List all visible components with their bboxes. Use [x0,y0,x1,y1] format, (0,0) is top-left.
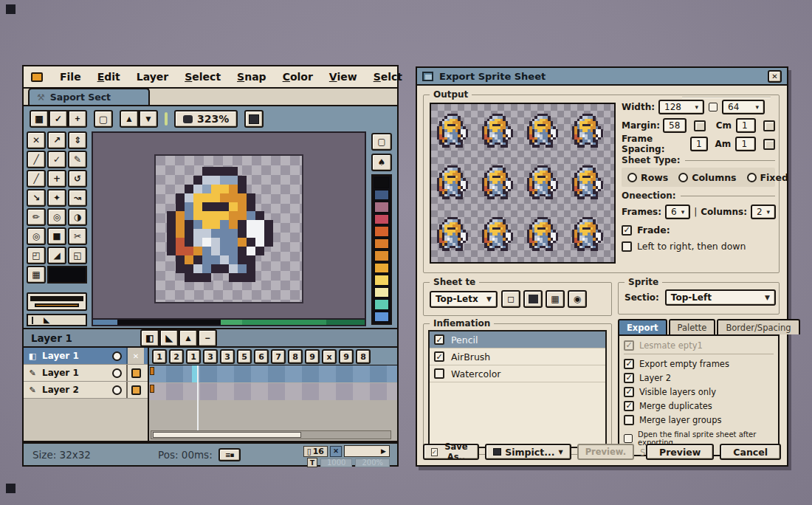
menu-item-color[interactable]: Color [276,69,320,84]
menu-item-edit[interactable]: Edit [91,69,127,84]
sprite-canvas[interactable] [154,154,303,303]
sheet-te-button-2[interactable]: ▦ [546,290,565,308]
tool-button-21[interactable]: ▦ [27,266,46,284]
tool-button-11[interactable]: ↝ [68,189,87,207]
palette-swatch-2[interactable] [374,202,389,213]
margin-input[interactable]: 58 [663,118,687,133]
cm-spin-button[interactable] [763,120,775,131]
play-button[interactable]: ▶ [344,445,390,457]
zoom-control[interactable]: 323% [174,110,238,128]
tool-button-14[interactable]: ◑ [68,208,87,226]
close-button[interactable]: ✕ [768,70,782,83]
canvas-scrollbar[interactable] [93,318,365,325]
information-checkbox-1[interactable]: ✓ [434,351,444,362]
direction-check-1[interactable]: Left to right, then down [622,241,775,252]
frame-button-6[interactable]: 6 [254,349,269,364]
tool-button-12[interactable]: ✏ [27,208,46,226]
radio-rows[interactable]: Rows [627,172,668,183]
close-mini-button[interactable]: ✕ [330,446,342,457]
sheet-te-button-1[interactable] [523,290,543,308]
layers-header-button-0[interactable]: ◧ [140,329,159,347]
toolbar-icon-0[interactable]: ▦ [30,110,49,128]
palette-swatch-9[interactable] [374,287,389,298]
tool-button-9[interactable]: ↘ [27,189,46,207]
frame-button-0[interactable]: 1 [152,349,167,364]
information-checkbox-2[interactable] [434,368,444,379]
width-select[interactable]: 128▾ [658,100,704,114]
export-option-3[interactable]: ✓Visible layers only [624,385,774,399]
tab-export[interactable]: Export [618,319,667,334]
radio-circle[interactable] [747,173,757,182]
tool-button-18[interactable]: ◰ [27,247,46,264]
layer-row-2[interactable]: ✎Layer 2 [24,382,148,399]
layer-extra-cell[interactable] [126,382,144,398]
sectio-select[interactable]: Top-Left▼ [665,289,776,306]
layer-row-1[interactable]: ✎Layer 1 [24,365,148,382]
export-option-2[interactable]: ✓Layer 2 [624,371,774,385]
export-checkbox-4[interactable]: ✓ [624,401,634,411]
open-after-checkbox[interactable] [624,434,633,443]
onion-skin-button[interactable]: ≡▪ [219,448,241,461]
spade-button[interactable]: ♠ [371,154,392,171]
export-option-4[interactable]: ✓Merge duplicates [624,399,774,413]
tool-button-10[interactable]: ✦ [47,189,66,207]
spacing-input[interactable]: 1 [690,137,708,151]
minimize-panel-button[interactable]: ▢ [371,133,392,151]
palette-swatch-5[interactable] [374,238,389,250]
frame-button-5[interactable]: 5 [237,349,252,364]
frame-button-1[interactable]: 2 [169,349,184,364]
information-item-2[interactable]: Watercolor [430,365,605,382]
menu-item-layer[interactable]: Layer [130,69,175,84]
frame-outline-button[interactable]: ▢ [94,110,113,128]
up-arrow-button[interactable]: ▲ [120,110,139,128]
down-arrow-button[interactable]: ▼ [139,110,158,128]
toolbar-icon-1[interactable]: ✓ [49,110,68,128]
frames-select[interactable]: 6▾ [665,205,690,219]
timeline-scrollbar[interactable] [151,430,391,439]
menu-item-selct[interactable]: Selct [367,69,409,84]
toolbar-icon-2[interactable]: + [68,110,87,128]
margin-spin-button[interactable] [694,120,706,131]
lock-checkbox[interactable] [709,103,718,111]
visibility-toggle[interactable] [112,351,122,361]
tool-button-6[interactable]: ╱ [27,170,46,188]
preview-button[interactable]: Preview [646,444,714,460]
palette-swatch-0[interactable] [374,177,389,188]
tool-button-3[interactable]: ╱ [27,151,46,168]
direction-checkbox-0[interactable]: ✓ [622,225,632,236]
frame-button-8[interactable]: 8 [288,349,303,364]
frame-button-7[interactable]: 7 [271,349,286,364]
tab-palette[interactable]: Palette [669,319,716,334]
color-swatch-button[interactable] [244,110,264,128]
save-as-button[interactable]: ✓ Save As.. [423,444,479,460]
layer-color-swatch[interactable] [131,368,141,378]
height-select[interactable]: 64▾ [722,100,765,114]
menu-item-view[interactable]: View [323,69,364,84]
am-input[interactable]: 1 [735,137,756,151]
tool-button-17[interactable]: ✂ [68,227,87,245]
visibility-toggle[interactable] [112,368,122,378]
direction-check-0[interactable]: ✓Frade: [622,224,775,236]
layer-row-0[interactable]: ◧Layer 1✕ [24,348,148,365]
frame-button-2[interactable]: 1 [186,349,201,364]
palette-swatch-4[interactable] [374,226,389,237]
layers-header-button-2[interactable]: ▲ [179,329,198,347]
foreground-color-swatch[interactable] [35,303,79,307]
menu-item-file[interactable]: File [53,69,88,84]
color-preview-widget[interactable] [27,292,87,311]
tool-button-13[interactable]: ◎ [47,208,66,226]
tool-button-15[interactable]: ◎ [27,227,46,245]
export-checkbox-3[interactable]: ✓ [624,387,634,397]
export-checkbox-1[interactable]: ✓ [624,359,634,369]
radio-fixed[interactable]: Fixed [747,172,788,183]
frame-button-4[interactable]: 3 [220,349,235,364]
dialog-titlebar[interactable]: Export Sprite Sheet ✕ [417,68,787,86]
export-checkbox-5[interactable] [624,415,634,425]
menu-item-snap[interactable]: Snap [230,69,273,84]
tool-button-2[interactable]: ⇕ [68,131,87,149]
playhead-line[interactable] [197,365,199,430]
export-checkbox-0[interactable]: ✓ [624,340,634,351]
tool-button-0[interactable]: ✕ [27,131,46,149]
layers-header-button-3[interactable]: − [198,329,217,347]
simpict-dropdown[interactable]: Simpict... ▼ [485,444,571,460]
